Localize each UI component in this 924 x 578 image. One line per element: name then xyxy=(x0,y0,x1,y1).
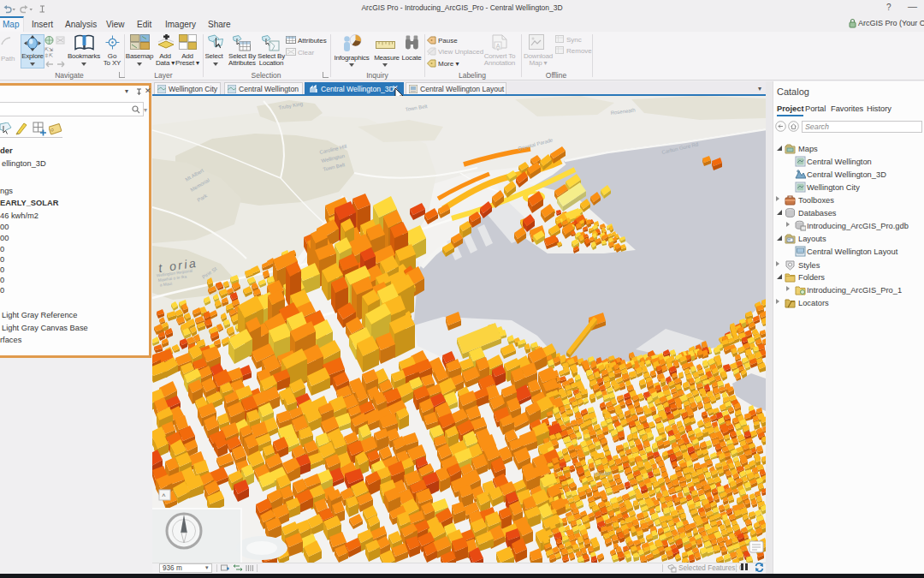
svg-text:˄: ˄ xyxy=(162,492,166,499)
svg-text:⇳⇱: ⇳⇱ xyxy=(44,53,53,58)
svg-text:⇱⇲: ⇱⇲ xyxy=(44,47,53,52)
svg-text:A: A xyxy=(496,43,500,49)
